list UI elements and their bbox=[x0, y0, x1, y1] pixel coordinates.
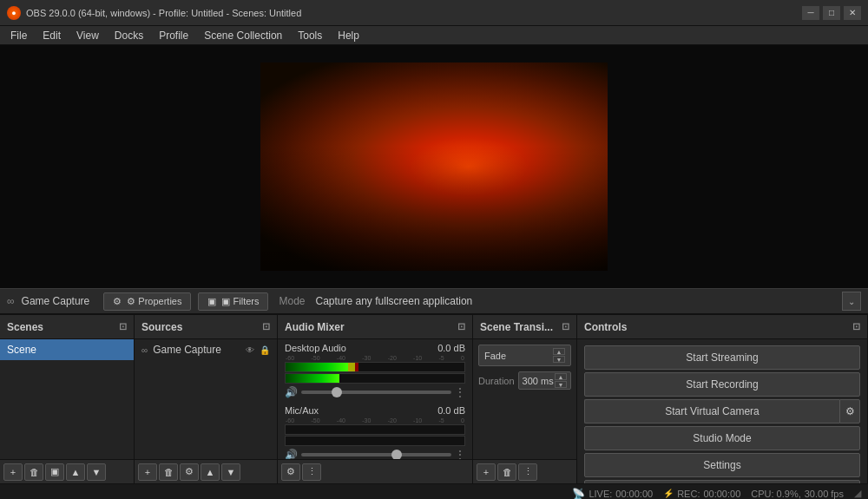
filters-button[interactable]: ▣ ▣ Filters bbox=[198, 292, 268, 311]
transitions-remove-button[interactable]: 🗑 bbox=[497, 463, 516, 481]
micaux-db: 0.0 dB bbox=[437, 405, 465, 416]
desktop-audio-more-icon[interactable]: ⋮ bbox=[455, 386, 465, 398]
mixer-content: Desktop Audio 0.0 dB -60 -50 -40 -30 -20… bbox=[278, 339, 472, 459]
lock-icon[interactable]: 🔒 bbox=[260, 345, 270, 355]
controls-panel-title: Controls bbox=[584, 321, 627, 333]
transitions-expand-icon[interactable]: ⊡ bbox=[562, 321, 569, 332]
desktop-audio-speaker-icon[interactable]: 🔊 bbox=[285, 386, 298, 398]
transition-down-btn[interactable]: ▼ bbox=[553, 356, 565, 363]
source-item-gamecapture[interactable]: ∞ Game Capture 👁 🔒 bbox=[135, 339, 277, 360]
start-recording-button[interactable]: Start Recording bbox=[584, 372, 860, 397]
rec-icon: ⚡ bbox=[663, 489, 674, 498]
fps-value: 30.00 fps bbox=[805, 489, 844, 499]
scene-item-scene[interactable]: Scene bbox=[0, 339, 134, 360]
transitions-add-button[interactable]: + bbox=[477, 463, 496, 481]
resize-handle[interactable]: ◢ bbox=[854, 488, 861, 499]
micaux-label: Mic/Aux bbox=[285, 405, 319, 416]
scenes-panel-header: Scenes ⊡ bbox=[0, 315, 134, 339]
micaux-meter bbox=[285, 424, 465, 435]
desktop-audio-slider[interactable] bbox=[301, 391, 451, 394]
transition-type-select[interactable]: Fade ▲ ▼ bbox=[478, 345, 571, 366]
desktop-audio-db: 0.0 dB bbox=[437, 343, 465, 353]
sources-list: ∞ Game Capture 👁 🔒 bbox=[135, 339, 277, 459]
menu-item-tools[interactable]: Tools bbox=[291, 28, 329, 43]
exit-button[interactable]: Exit bbox=[584, 480, 860, 483]
gear-icon: ⚙ bbox=[113, 296, 122, 307]
scenes-expand-icon[interactable]: ⊡ bbox=[119, 321, 127, 332]
window-controls: ─ □ ✕ bbox=[802, 6, 861, 20]
desktop-audio-meter-2 bbox=[285, 373, 465, 384]
virtual-camera-row: Start Virtual Camera ⚙ bbox=[584, 399, 860, 423]
minimize-button[interactable]: ─ bbox=[802, 6, 819, 20]
scenes-remove-button[interactable]: 🗑 bbox=[24, 463, 43, 481]
duration-spinners: ▲ ▼ bbox=[555, 373, 567, 388]
scenes-add-button[interactable]: + bbox=[3, 463, 23, 481]
sources-settings-button[interactable]: ⚙ bbox=[180, 463, 199, 481]
menu-item-view[interactable]: View bbox=[69, 28, 106, 43]
sources-toolbar: + 🗑 ⚙ ▲ ▼ bbox=[135, 459, 277, 483]
eye-icon[interactable]: 👁 bbox=[246, 345, 254, 355]
duration-up-btn[interactable]: ▲ bbox=[555, 373, 567, 380]
scenes-list: Scene bbox=[0, 339, 134, 459]
status-bar: 📡 LIVE: 00:00:00 ⚡ REC: 00:00:00 CPU: 0.… bbox=[0, 483, 868, 499]
mixer-expand-icon[interactable]: ⊡ bbox=[457, 321, 465, 332]
transitions-panel-header: Scene Transi... ⊡ bbox=[473, 315, 576, 339]
micaux-slider[interactable] bbox=[301, 453, 451, 456]
sources-up-button[interactable]: ▲ bbox=[201, 463, 220, 481]
menu-item-profile[interactable]: Profile bbox=[152, 28, 195, 43]
mixer-panel-title: Audio Mixer bbox=[285, 321, 345, 333]
controls-expand-icon[interactable]: ⊡ bbox=[852, 321, 860, 332]
close-button[interactable]: ✕ bbox=[844, 6, 861, 20]
sources-panel-title: Sources bbox=[141, 321, 182, 333]
sources-expand-icon[interactable]: ⊡ bbox=[262, 321, 270, 332]
transitions-more-button[interactable]: ⋮ bbox=[518, 463, 537, 481]
micaux-speaker-icon[interactable]: 🔊 bbox=[285, 449, 298, 459]
start-virtual-camera-button[interactable]: Start Virtual Camera bbox=[584, 399, 839, 423]
studio-mode-button[interactable]: Studio Mode bbox=[584, 426, 860, 450]
controls-content: Start Streaming Start Recording Start Vi… bbox=[577, 339, 867, 483]
live-status: 📡 LIVE: 00:00:00 bbox=[572, 488, 653, 500]
maximize-button[interactable]: □ bbox=[823, 6, 840, 20]
virtual-camera-gear-button[interactable]: ⚙ bbox=[839, 399, 860, 423]
rec-status: ⚡ REC: 00:00:00 bbox=[663, 489, 740, 499]
micaux-more-icon[interactable]: ⋮ bbox=[455, 449, 465, 459]
start-streaming-button[interactable]: Start Streaming bbox=[584, 345, 860, 370]
settings-button[interactable]: Settings bbox=[584, 453, 860, 477]
mode-label: Mode bbox=[275, 295, 308, 307]
source-item-name: Game Capture bbox=[153, 344, 240, 356]
duration-input-container[interactable]: 300 ms ▲ ▼ bbox=[518, 371, 571, 390]
scenes-up-button[interactable]: ▲ bbox=[66, 463, 85, 481]
sources-down-button[interactable]: ▼ bbox=[221, 463, 240, 481]
mixer-panel-header: Audio Mixer ⊡ bbox=[278, 315, 472, 339]
sources-remove-button[interactable]: 🗑 bbox=[159, 463, 178, 481]
mixer-panel: Audio Mixer ⊡ Desktop Audio 0.0 dB -60 -… bbox=[278, 315, 473, 483]
transitions-panel: Scene Transi... ⊡ Fade ▲ ▼ Duration 300 … bbox=[473, 315, 577, 483]
properties-button[interactable]: ⚙ ⚙ Properties bbox=[103, 292, 191, 311]
duration-down-btn[interactable]: ▼ bbox=[555, 381, 567, 388]
mixer-more-button[interactable]: ⋮ bbox=[302, 463, 321, 481]
menu-bar: FileEditViewDocksProfileScene Collection… bbox=[0, 26, 868, 45]
transitions-content: Fade ▲ ▼ Duration 300 ms ▲ ▼ bbox=[473, 339, 576, 459]
controls-panel: Controls ⊡ Start Streaming Start Recordi… bbox=[577, 315, 868, 483]
sources-add-button[interactable]: + bbox=[138, 463, 157, 481]
transition-up-btn[interactable]: ▲ bbox=[553, 348, 565, 355]
menu-item-edit[interactable]: Edit bbox=[36, 28, 68, 43]
menu-item-file[interactable]: File bbox=[3, 28, 34, 43]
menu-item-docks[interactable]: Docks bbox=[108, 28, 150, 43]
scenes-filter-button[interactable]: ▣ bbox=[45, 463, 64, 481]
menu-item-scene-collection[interactable]: Scene Collection bbox=[197, 28, 289, 43]
duration-row: Duration 300 ms ▲ ▼ bbox=[478, 371, 571, 390]
rec-time: 00:00:00 bbox=[703, 489, 740, 499]
virtual-camera-gear-icon: ⚙ bbox=[845, 405, 855, 417]
title-bar: ● OBS 29.0.0 (64-bit, windows) - Profile… bbox=[0, 0, 868, 26]
mode-dropdown-button[interactable]: ⌄ bbox=[842, 292, 861, 311]
scenes-down-button[interactable]: ▼ bbox=[87, 463, 106, 481]
gamecapture-icon: ∞ bbox=[141, 345, 148, 355]
mixer-gear-button[interactable]: ⚙ bbox=[281, 463, 300, 481]
preview-canvas bbox=[260, 62, 608, 271]
source-bar-name: Game Capture bbox=[22, 295, 90, 307]
live-time: 00:00:00 bbox=[615, 489, 653, 499]
duration-value: 300 ms bbox=[523, 376, 555, 386]
menu-item-help[interactable]: Help bbox=[331, 28, 366, 43]
duration-label: Duration bbox=[478, 376, 515, 386]
